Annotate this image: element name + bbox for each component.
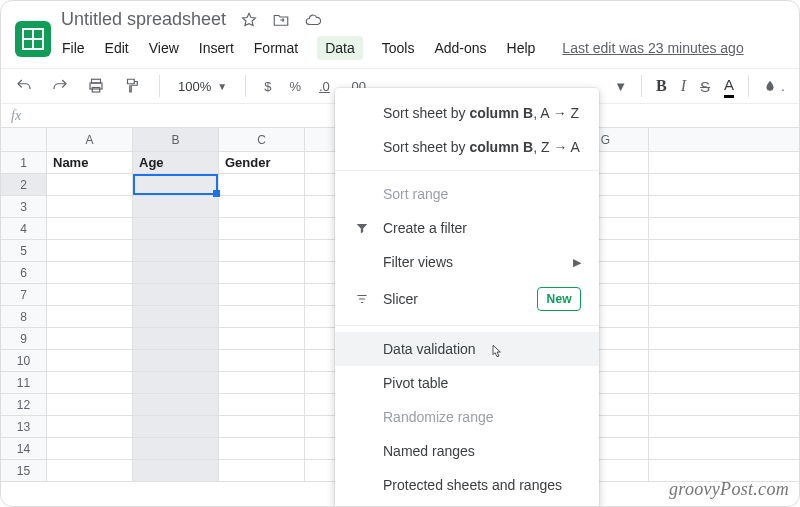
menuitem-sort-za[interactable]: Sort sheet by column B, Z → A	[335, 130, 599, 164]
menu-file[interactable]: File	[61, 36, 86, 60]
select-all-corner[interactable]	[1, 128, 47, 151]
menu-insert[interactable]: Insert	[198, 36, 235, 60]
column-header-a[interactable]: A	[47, 128, 133, 151]
menuitem-data-validation[interactable]: Data validation	[335, 332, 599, 366]
row-header[interactable]: 3	[1, 196, 47, 217]
strikethrough-button[interactable]: S	[700, 78, 710, 95]
format-currency-button[interactable]: $	[264, 79, 271, 94]
menu-addons[interactable]: Add-ons	[433, 36, 487, 60]
row-header[interactable]: 9	[1, 328, 47, 349]
watermark: groovyPost.com	[669, 479, 789, 500]
menuitem-sort-az[interactable]: Sort sheet by column B, A → Z	[335, 96, 599, 130]
menuitem-pivot-table[interactable]: Pivot table	[335, 366, 599, 400]
more-formats-chevron-icon[interactable]: ▼	[614, 79, 627, 94]
bold-button[interactable]: B	[656, 77, 667, 95]
chevron-right-icon: ▶	[573, 253, 581, 271]
svg-rect-2	[92, 88, 100, 93]
fill-color-button[interactable]: .	[763, 79, 785, 93]
menuitem-filter-views[interactable]: Filter views ▶	[335, 245, 599, 279]
data-menu-dropdown: Sort sheet by column B, A → Z Sort sheet…	[335, 88, 599, 507]
menuitem-create-filter[interactable]: Create a filter	[335, 211, 599, 245]
row-header[interactable]: 5	[1, 240, 47, 261]
sheets-logo-icon[interactable]	[15, 21, 51, 57]
menu-bar: File Edit View Insert Format Data Tools …	[61, 30, 744, 68]
cell[interactable]: Age	[133, 152, 219, 173]
cursor-icon	[489, 342, 505, 362]
italic-button[interactable]: I	[681, 77, 686, 95]
star-icon[interactable]	[240, 11, 258, 29]
menuitem-named-ranges[interactable]: Named ranges	[335, 434, 599, 468]
decrease-decimal-button[interactable]: .0	[319, 79, 330, 94]
move-folder-icon[interactable]	[272, 11, 290, 29]
row-header[interactable]: 11	[1, 372, 47, 393]
row-header[interactable]: 4	[1, 218, 47, 239]
format-percent-button[interactable]: %	[289, 79, 301, 94]
menu-data[interactable]: Data	[317, 36, 363, 60]
cloud-status-icon[interactable]	[304, 11, 322, 29]
row-header[interactable]: 7	[1, 284, 47, 305]
row-header[interactable]: 2	[1, 174, 47, 195]
text-color-button[interactable]: A	[724, 76, 734, 96]
cell[interactable]: Gender	[219, 152, 305, 173]
row-header[interactable]: 10	[1, 350, 47, 371]
column-header-b[interactable]: B	[133, 128, 219, 151]
doc-name[interactable]: Untitled spreadsheet	[61, 9, 226, 30]
menu-format[interactable]: Format	[253, 36, 299, 60]
cell[interactable]: Name	[47, 152, 133, 173]
filter-icon	[353, 221, 371, 235]
row-header[interactable]: 1	[1, 152, 47, 173]
menu-tools[interactable]: Tools	[381, 36, 416, 60]
row-header[interactable]: 8	[1, 306, 47, 327]
menuitem-randomize-range: Randomize range	[335, 400, 599, 434]
redo-button[interactable]	[51, 77, 69, 95]
menuitem-protected-sheets[interactable]: Protected sheets and ranges	[335, 468, 599, 502]
zoom-select[interactable]: 100%▼	[178, 79, 227, 94]
menuitem-sort-range: Sort range	[335, 177, 599, 211]
slicer-icon	[353, 292, 371, 306]
title-bar: Untitled spreadsheet File Edit View Inse…	[1, 1, 799, 68]
row-header[interactable]: 12	[1, 394, 47, 415]
menu-help[interactable]: Help	[506, 36, 537, 60]
fx-label: fx	[11, 108, 21, 124]
menu-edit[interactable]: Edit	[104, 36, 130, 60]
row-header[interactable]: 14	[1, 438, 47, 459]
menuitem-slicer[interactable]: Slicer New	[335, 279, 599, 319]
new-badge: New	[537, 287, 581, 311]
undo-button[interactable]	[15, 77, 33, 95]
row-header[interactable]: 15	[1, 460, 47, 481]
column-header-c[interactable]: C	[219, 128, 305, 151]
menu-view[interactable]: View	[148, 36, 180, 60]
last-edit-link[interactable]: Last edit was 23 minutes ago	[562, 40, 743, 56]
print-button[interactable]	[87, 77, 105, 95]
paint-format-button[interactable]	[123, 77, 141, 95]
row-header[interactable]: 6	[1, 262, 47, 283]
row-header[interactable]: 13	[1, 416, 47, 437]
